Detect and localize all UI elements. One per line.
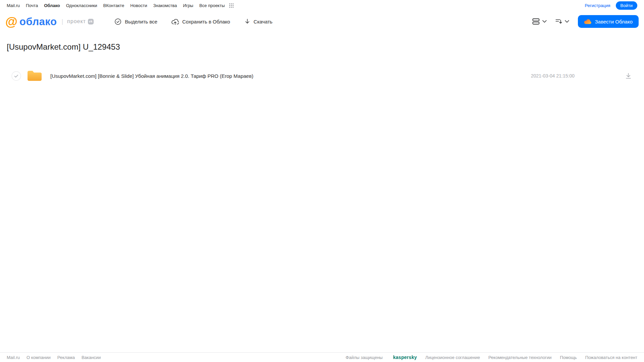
file-row[interactable]: [UsupovMarket.com] [Bonnie & Slide] Убой… [0,67,644,85]
nav-link-igry[interactable]: Игры [183,3,193,8]
get-cloud-label: Завести Облако [595,19,633,24]
footer-link-license[interactable]: Лицензионное соглашение [425,355,480,360]
footer-link-jobs[interactable]: Вакансии [82,355,101,360]
main-content: [UsupovMarket.com] U_129453 [UsupovMarke… [0,32,644,85]
list-view-icon [532,18,540,25]
view-mode-control[interactable] [532,18,547,25]
vk-badge-icon: vk [88,19,94,24]
kaspersky-logo[interactable]: kaspersky [393,355,417,360]
mailru-at-icon: @ [5,15,17,28]
action-toolbar: Выделить все Сохранить в Облако Скачать [114,18,287,25]
footer-link-report[interactable]: Пожаловаться на контент [585,355,637,360]
row-download-icon[interactable] [626,73,631,79]
cloud-color-icon [584,19,592,24]
chevron-down-icon [565,20,569,23]
all-projects-grid-icon[interactable] [229,3,234,8]
footer-link-ads[interactable]: Реклама [57,355,75,360]
sort-icon [555,18,562,24]
files-protected: Файлы защищены kaspersky [346,355,417,360]
check-circle-icon [114,18,121,25]
nav-link-znakomstva[interactable]: Знакомства [153,3,177,8]
download-arrow-icon [244,18,250,25]
download-label: Скачать [254,19,273,24]
nav-link-odnoklassniki[interactable]: Одноклассники [66,3,97,8]
nav-link-pochta[interactable]: Почта [26,3,38,8]
nav-link-all-projects[interactable]: Все проекты [199,3,225,8]
nav-link-novosti[interactable]: Новости [130,3,147,8]
page-title: [UsupovMarket.com] U_129453 [0,32,644,52]
project-label: проект [67,18,86,24]
registration-link[interactable]: Регистрация [585,3,610,8]
file-name[interactable]: [UsupovMarket.com] [Bonnie & Slide] Убой… [50,73,253,79]
cloud-upload-icon [171,18,179,25]
nav-link-mailru[interactable]: Mail.ru [7,3,20,8]
sort-control[interactable] [555,18,569,24]
oblako-logo[interactable]: @ облако [5,15,57,28]
file-date: 2021-03-04 21:15:00 [531,73,575,79]
footer-right: Файлы защищены kaspersky Лицензионное со… [346,355,637,360]
footer-link-about[interactable]: О компании [27,355,51,360]
page-footer: Mail.ru О компании Реклама Вакансии Файл… [0,352,644,362]
nav-link-oblako[interactable]: Облако [44,3,60,8]
logo-text: облако [19,16,57,27]
get-cloud-button[interactable]: Завести Облако [578,15,639,28]
row-checkbox[interactable] [11,71,21,81]
footer-link-mailru[interactable]: Mail.ru [7,355,20,360]
portal-nav: Mail.ru Почта Облако Одноклассники ВКонт… [0,0,644,11]
cloud-header: @ облако | проект vk Выделить все Сохран… [0,11,644,32]
header-right-controls: Завести Облако [532,15,639,28]
folder-icon[interactable] [27,69,42,82]
footer-link-recommendations[interactable]: Рекомендательные технологии [488,355,551,360]
login-button[interactable]: Войти [616,1,637,10]
logo-divider: | [61,18,63,25]
save-to-cloud-label: Сохранить в Облако [182,19,230,24]
download-button[interactable]: Скачать [244,18,273,25]
protected-label: Файлы защищены [346,355,383,360]
chevron-down-icon [542,20,547,23]
footer-link-help[interactable]: Помощь [560,355,577,360]
select-all-button[interactable]: Выделить все [114,18,157,25]
select-all-label: Выделить все [125,19,157,24]
save-to-cloud-button[interactable]: Сохранить в Облако [171,18,230,25]
nav-link-vkontakte[interactable]: ВКонтакте [103,3,125,8]
